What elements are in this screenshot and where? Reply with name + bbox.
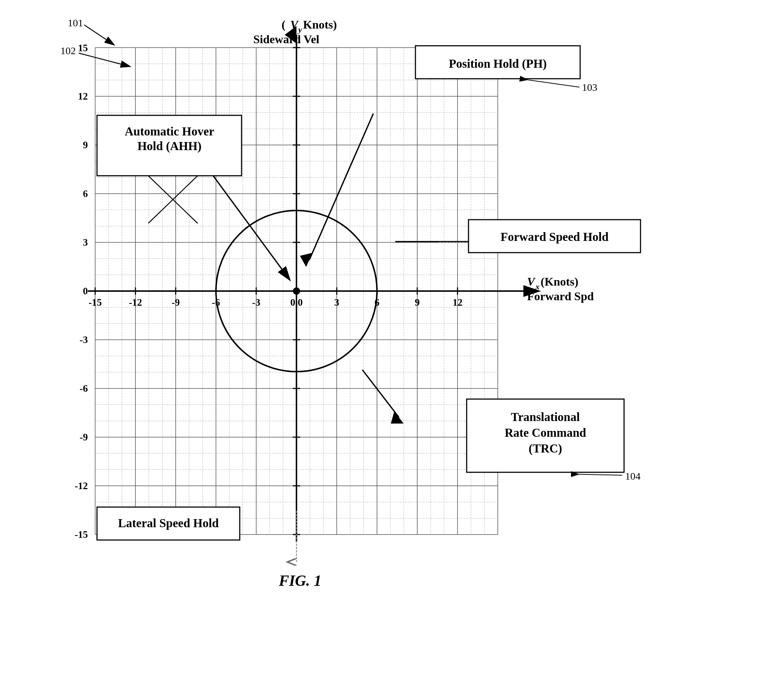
svg-text:(TRC): (TRC) [528,442,562,455]
svg-text:-6: -6 [212,297,220,308]
svg-text:Forward Spd: Forward Spd [527,290,594,303]
svg-text:Hold (AHH): Hold (AHH) [137,140,201,153]
svg-text:-3: -3 [80,334,88,345]
svg-text:101: 101 [68,17,83,29]
svg-text:V: V [290,18,299,31]
svg-text:-15: -15 [89,297,102,308]
svg-text:Knots): Knots) [303,18,337,31]
svg-text:3: 3 [334,297,339,308]
svg-text:-9: -9 [172,297,180,308]
svg-point-113 [293,287,300,295]
svg-text:12: 12 [453,297,463,308]
svg-text:Automatic Hover: Automatic Hover [125,125,214,138]
svg-text:0: 0 [83,286,88,297]
svg-line-153 [79,53,121,64]
svg-text:-9: -9 [80,432,88,443]
svg-line-151 [84,25,106,39]
svg-text:-12: -12 [75,480,88,491]
svg-text:(Knots): (Knots) [541,275,578,288]
svg-line-114 [211,172,282,269]
svg-text:3: 3 [83,237,88,248]
svg-text:-3: -3 [252,297,261,308]
svg-text:103: 103 [582,82,597,93]
svg-text:9: 9 [415,297,420,308]
svg-line-157 [520,79,579,87]
svg-text:6: 6 [374,297,379,308]
svg-line-116 [362,370,399,417]
svg-text:Rate Command: Rate Command [505,426,586,439]
svg-text:Translational: Translational [511,411,580,424]
svg-text:15: 15 [78,42,88,54]
svg-text:FIG. 1: FIG. 1 [279,572,322,589]
svg-line-172 [571,474,622,475]
svg-text:102: 102 [60,45,76,56]
svg-text:Forward Speed Hold: Forward Speed Hold [501,230,608,243]
svg-text:12: 12 [78,91,88,102]
svg-text:Lateral Speed Hold: Lateral Speed Hold [118,516,219,530]
svg-text:9: 9 [83,140,88,151]
diagram-svg: -15 -12 -9 -6 -3 0.0 3 6 9 12 15 12 9 6 … [0,0,784,685]
svg-text:V: V [527,275,536,288]
svg-text:-15: -15 [75,529,88,540]
svg-text:Sideward Vel: Sideward Vel [253,32,319,46]
svg-text:0.0: 0.0 [290,297,303,308]
svg-text:104: 104 [625,471,640,482]
main-container: -15 -12 -9 -6 -3 0.0 3 6 9 12 15 12 9 6 … [0,0,784,685]
svg-text:-12: -12 [129,297,142,308]
svg-text:(: ( [282,18,285,31]
svg-text:Position Hold (PH): Position Hold (PH) [449,57,547,71]
svg-text:-6: -6 [80,383,88,394]
svg-text:6: 6 [83,188,88,199]
